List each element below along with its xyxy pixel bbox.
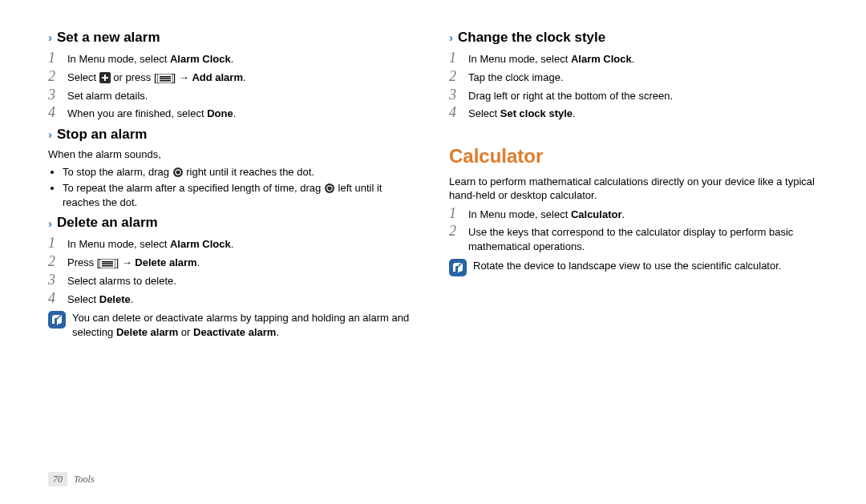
menu-icon <box>99 259 115 268</box>
note-icon <box>449 259 467 276</box>
step-number: 1 <box>48 236 67 252</box>
step-number: 1 <box>48 50 67 67</box>
chevron-icon: › <box>449 30 453 46</box>
change-style-steps: 1 In Menu mode, select Alarm Clock. 2 Ta… <box>449 50 818 121</box>
chevron-icon: › <box>48 127 52 143</box>
stop-alarm-lead: When the alarm sounds, <box>48 147 417 162</box>
calculator-note: Rotate the device to landscape view to u… <box>449 259 818 276</box>
step-number: 1 <box>449 206 468 222</box>
heading-text: Change the clock style <box>458 29 605 47</box>
step-number: 2 <box>449 224 468 240</box>
list-item: 1 In Menu mode, select Alarm Clock. <box>48 236 417 252</box>
step-number: 4 <box>449 105 468 121</box>
chevron-icon: › <box>48 216 52 232</box>
step-number: 3 <box>449 87 468 103</box>
list-item: 2 Select or press [] → Add alarm. <box>48 69 417 85</box>
step-number: 3 <box>48 272 67 288</box>
note-icon <box>48 311 66 329</box>
heading-calculator: Calculator <box>449 143 818 169</box>
step-number: 2 <box>48 254 67 270</box>
heading-change-style: › Change the clock style <box>449 29 818 47</box>
list-item: 4 When you are finished, select Done. <box>48 105 417 121</box>
list-item: 3 Set alarm details. <box>48 87 417 103</box>
manual-page: › Set a new alarm 1 In Menu mode, select… <box>0 0 866 504</box>
plus-icon <box>99 72 111 83</box>
heading-text: Delete an alarm <box>57 214 158 232</box>
delete-alarm-steps: 1 In Menu mode, select Alarm Clock. 2 Pr… <box>48 236 417 306</box>
list-item: To stop the alarm, drag right until it r… <box>63 165 417 179</box>
ring-icon <box>172 167 184 178</box>
list-item: To repeat the alarm after a specified le… <box>63 181 417 209</box>
list-item: 1 In Menu mode, select Alarm Clock. <box>449 50 818 67</box>
left-column: › Set a new alarm 1 In Menu mode, select… <box>48 24 417 347</box>
delete-alarm-note: You can delete or deactivate alarms by t… <box>48 311 417 339</box>
step-number: 4 <box>48 291 67 307</box>
list-item: 3 Drag left or right at the bottom of th… <box>449 87 818 103</box>
list-item: 3 Select alarms to delete. <box>48 272 417 288</box>
page-footer: 70 Tools <box>48 472 95 486</box>
heading-text: Set a new alarm <box>57 29 160 47</box>
step-number: 1 <box>449 50 468 67</box>
list-item: 2 Use the keys that correspond to the ca… <box>449 224 818 253</box>
list-item: 4 Select Set clock style. <box>449 105 818 121</box>
list-item: 2 Press [] → Delete alarm. <box>48 254 417 270</box>
list-item: 2 Tap the clock image. <box>449 69 818 85</box>
right-column: › Change the clock style 1 In Menu mode,… <box>449 24 818 347</box>
calculator-lead: Learn to perform mathematical calculatio… <box>449 175 818 203</box>
stop-alarm-bullets: To stop the alarm, drag right until it r… <box>63 165 417 210</box>
heading-stop-alarm: › Stop an alarm <box>48 126 417 144</box>
ring-icon <box>324 183 335 194</box>
page-number: 70 <box>48 472 67 486</box>
step-number: 4 <box>48 105 67 121</box>
list-item: 1 In Menu mode, select Calculator. <box>449 206 818 222</box>
set-alarm-steps: 1 In Menu mode, select Alarm Clock. 2 Se… <box>48 50 417 121</box>
heading-delete-alarm: › Delete an alarm <box>48 214 417 232</box>
menu-icon <box>157 74 173 83</box>
list-item: 4 Select Delete. <box>48 291 417 307</box>
heading-text: Stop an alarm <box>57 126 147 144</box>
step-number: 2 <box>48 69 67 85</box>
step-number: 2 <box>449 69 468 85</box>
footer-section: Tools <box>74 473 95 486</box>
list-item: 1 In Menu mode, select Alarm Clock. <box>48 50 417 67</box>
heading-set-alarm: › Set a new alarm <box>48 29 417 47</box>
step-number: 3 <box>48 87 67 103</box>
chevron-icon: › <box>48 30 52 46</box>
calculator-steps: 1 In Menu mode, select Calculator. 2 Use… <box>449 206 818 254</box>
